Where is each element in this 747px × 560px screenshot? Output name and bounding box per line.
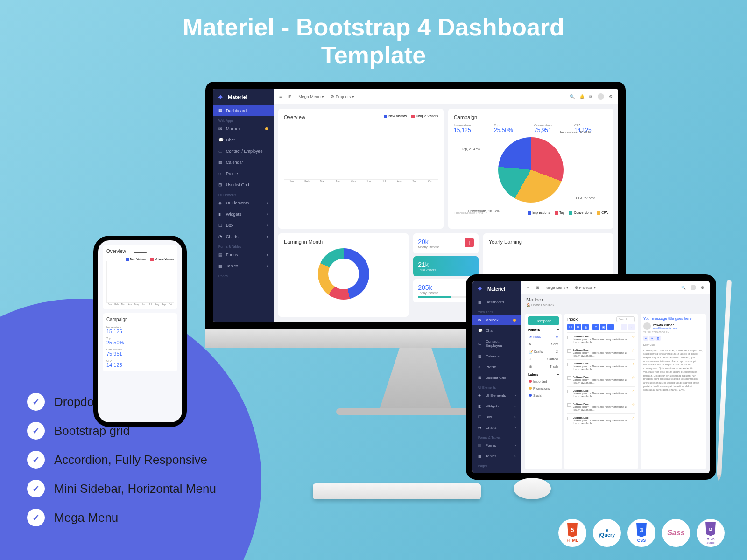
sidebar-item-profile[interactable]: ○Profile: [213, 168, 274, 179]
menu-icon[interactable]: ≡: [279, 94, 282, 99]
search-input[interactable]: Search...: [616, 316, 635, 322]
mail-item[interactable]: Juliana DoeLorem Ipsum - There are many …: [567, 413, 635, 427]
message-date: 22 JUL 2019 08:00 PM: [643, 331, 703, 334]
chat-icon: 💬: [218, 138, 223, 142]
sidebar-item-charts[interactable]: ◔Charts›: [472, 422, 521, 433]
mail-item[interactable]: Juliana DoeLorem Ipsum - There are many …: [567, 400, 635, 413]
folder-drafts[interactable]: 📝 Drafts2: [528, 348, 559, 356]
overview-bar-chart: [284, 124, 438, 180]
panel-label: Folders: [528, 328, 540, 331]
folder-inbox[interactable]: ✉ Inbox6: [528, 333, 559, 341]
folder-starred[interactable]: ☆ Starred: [528, 356, 559, 363]
sidebar-item-calendar[interactable]: ▦Calendar: [472, 351, 521, 362]
mail-item[interactable]: Juliana DoeLorem Ipsum - There are many …: [567, 346, 635, 359]
sidebar-item-box[interactable]: ☐Box›: [213, 220, 274, 231]
sender-name: Pawan kumar: [653, 323, 677, 327]
search-icon[interactable]: 🔍: [570, 94, 575, 99]
sidebar-item-profile[interactable]: ○Profile: [472, 362, 521, 372]
label-social[interactable]: Social: [528, 392, 559, 399]
reply-all-button[interactable]: ↪: [649, 336, 655, 341]
mega-menu-dropdown[interactable]: Mega Menu ▾: [546, 286, 568, 290]
sidebar-item-widgets[interactable]: ◧Widgets›: [472, 401, 521, 412]
apps-icon[interactable]: ⊞: [288, 94, 292, 99]
sidebar-item-ui[interactable]: ◈UI Elements›: [213, 197, 274, 209]
brand[interactable]: ◈Materiel: [213, 89, 274, 105]
mail-item[interactable]: Juliana DoeLorem Ipsum - There are many …: [567, 359, 635, 373]
mail-item[interactable]: Juliana DoeLorem Ipsum - There are many …: [567, 386, 635, 400]
mail-item[interactable]: Juliana DoeLorem Ipsum - There are many …: [567, 332, 635, 346]
settings-icon[interactable]: ⚙: [701, 286, 704, 290]
sidebar-item-forms[interactable]: ▤Forms›: [213, 249, 274, 260]
mail-item[interactable]: Juliana DoeLorem Ipsum - There are many …: [567, 373, 635, 386]
folder-sent[interactable]: ➤ Sent: [528, 341, 559, 348]
sidebar-item-mailbox[interactable]: ✉Mailbox: [472, 315, 521, 325]
next-button[interactable]: ›: [628, 324, 635, 330]
sidebar-item-dashboard[interactable]: ▦Dashboard: [213, 105, 274, 116]
chevron-down-icon: ›: [267, 223, 268, 228]
sidebar-item-mailbox[interactable]: ✉Mailbox: [213, 123, 274, 134]
prev-button[interactable]: ‹: [621, 324, 627, 330]
sidebar-item-userlist[interactable]: ⊞Userlist Grid: [472, 372, 521, 383]
folder-trash[interactable]: 🗑 Trash: [528, 363, 559, 370]
check-icon: ✓: [27, 480, 45, 497]
sidebar-item-charts[interactable]: ◔Charts›: [213, 231, 274, 242]
menu-icon[interactable]: ≡: [527, 286, 529, 290]
compose-button[interactable]: Compose: [528, 316, 559, 325]
avatar[interactable]: [691, 285, 696, 290]
sidebar-item-chat[interactable]: 💬Chat: [472, 325, 521, 336]
avatar: [643, 322, 651, 330]
mail-icon[interactable]: ✉: [589, 94, 593, 99]
earning-donut-chart: [318, 248, 369, 300]
monitor-stand: [376, 348, 455, 408]
sidebar-item-box[interactable]: ☐Box›: [472, 412, 521, 422]
sidebar-item-contact[interactable]: ▭Contact / Employee: [472, 336, 521, 351]
progress-bar: [418, 296, 474, 298]
apps-icon[interactable]: ⊞: [536, 286, 539, 290]
css3-badge: 3CSS: [627, 519, 655, 547]
sidebar-item-dashboard[interactable]: ▦Dashboard: [472, 297, 521, 308]
label-important[interactable]: Important: [528, 378, 559, 385]
delete-button[interactable]: 🗑: [582, 324, 589, 330]
avatar[interactable]: [598, 93, 604, 100]
box-icon: ☐: [218, 223, 223, 228]
chart-legend: New VisitorsUnique Visitors: [384, 114, 438, 124]
sidebar-item-forms[interactable]: ▤Forms›: [472, 440, 521, 451]
label-promotions[interactable]: Promotions: [528, 385, 559, 392]
sidebar-item-calendar[interactable]: ▦Calendar: [213, 157, 274, 168]
sidebar-item-ui[interactable]: ◈UI Elements›: [472, 390, 521, 401]
sidebar-item-tables[interactable]: ▦Tables›: [472, 451, 521, 462]
select-all-button[interactable]: ☐: [567, 324, 574, 330]
projects-dropdown[interactable]: ⚙ Projects ▾: [575, 286, 595, 290]
sidebar-item-tables[interactable]: ▦Tables›: [213, 260, 274, 272]
stat-label: Today Income: [418, 291, 474, 294]
projects-dropdown[interactable]: ⚙ Projects ▾: [331, 94, 354, 99]
search-icon[interactable]: 🔍: [681, 286, 686, 290]
stat-value: 15,125: [106, 329, 174, 334]
reply-button[interactable]: ↩: [643, 336, 648, 341]
forward-button[interactable]: ↱: [592, 324, 599, 330]
stat-tile-monthly: + 20k Montly Income: [413, 233, 479, 253]
sidebar-item-contact[interactable]: ▭Contact / Employee: [213, 146, 274, 157]
more-button[interactable]: ⋯: [607, 324, 614, 330]
archive-button[interactable]: ▣: [600, 324, 606, 330]
check-icon: ✓: [27, 393, 45, 411]
stat-value: 25.50%: [106, 340, 174, 345]
sidebar-item-widgets[interactable]: ◧Widgets›: [213, 209, 274, 220]
contact-icon: ▭: [218, 149, 223, 154]
sidebar-item-chat[interactable]: 💬Chat: [213, 134, 274, 146]
inbox-panel: InboxSearch... ☐ ↻ 🗑 ↱ ▣ ⋯ ‹ › Juliana D…: [564, 314, 638, 469]
stat-label: CPA: [574, 124, 608, 127]
refresh-button[interactable]: ↻: [575, 324, 581, 330]
add-button[interactable]: +: [465, 238, 474, 247]
minus-icon[interactable]: −: [557, 328, 559, 331]
sidebar-item-userlist[interactable]: ⊞Userlist Grid: [213, 179, 274, 190]
minus-icon[interactable]: −: [557, 373, 559, 376]
brand[interactable]: ◈Materiel: [472, 281, 521, 297]
notification-icon[interactable]: 🔔: [579, 94, 585, 99]
mega-menu-dropdown[interactable]: Mega Menu ▾: [298, 94, 324, 99]
settings-icon[interactable]: ⚙: [609, 94, 613, 99]
tablet-mockup: ◈Materiel ▦Dashboard Web Apps ✉Mailbox 💬…: [466, 274, 716, 480]
delete-button[interactable]: 🗑: [655, 336, 661, 341]
jquery-badge: ◉jQuery: [593, 519, 621, 547]
calendar-icon: ▦: [218, 160, 223, 165]
